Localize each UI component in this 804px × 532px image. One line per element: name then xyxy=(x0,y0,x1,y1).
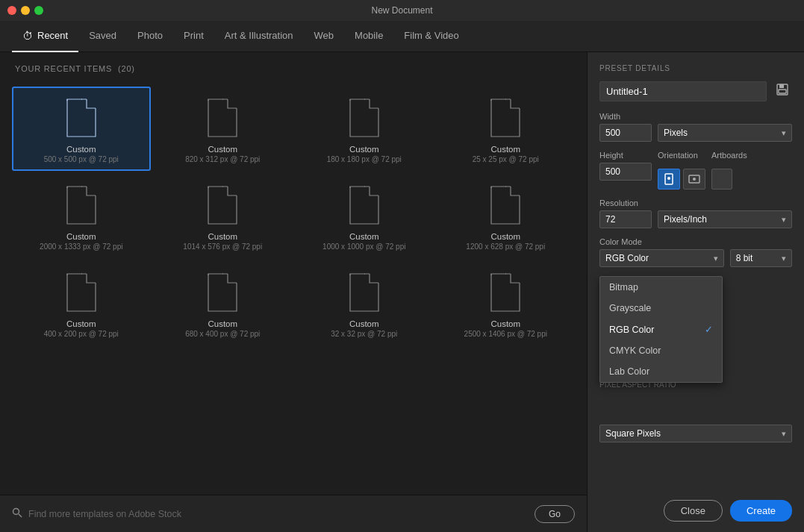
tab-recent[interactable]: ⏱ Recent xyxy=(12,21,78,52)
svg-point-20 xyxy=(693,178,696,181)
height-label: Height xyxy=(599,151,652,160)
width-unit-wrap[interactable]: Pixels Inches Centimeters Millimeters Po… xyxy=(658,124,792,142)
doc-item-7[interactable]: Custom 1200 x 628 px @ 72 ppi xyxy=(437,174,576,258)
pixel-aspect-select[interactable]: Square Pixels D1/DV NTSC (0.91) D1/DV PA… xyxy=(599,425,792,442)
resolution-input[interactable] xyxy=(599,210,652,228)
save-preset-button[interactable] xyxy=(773,81,792,101)
close-window-btn[interactable] xyxy=(7,6,16,15)
doc-name-10: Custom xyxy=(349,319,379,328)
color-option-2[interactable]: RGB Color✓ xyxy=(600,319,722,340)
doc-item-10[interactable]: Custom 32 x 32 px @ 72 ppi xyxy=(295,261,434,345)
doc-item-11[interactable]: Custom 2500 x 1406 px @ 72 ppi xyxy=(437,261,576,345)
recent-header: YOUR RECENT ITEMS (20) xyxy=(0,52,587,81)
doc-name-7: Custom xyxy=(490,232,520,241)
preset-name-row xyxy=(599,81,792,101)
preset-details-header: PRESET DETAILS xyxy=(599,64,792,72)
portrait-button[interactable] xyxy=(658,169,680,190)
bit-depth-select-wrap[interactable]: 8 bit 16 bit 32 bit xyxy=(730,249,792,267)
color-option-3[interactable]: CMYK Color xyxy=(600,340,722,361)
bit-depth-select[interactable]: 8 bit 16 bit 32 bit xyxy=(730,249,792,267)
doc-name-4: Custom xyxy=(66,232,96,241)
doc-item-6[interactable]: Custom 1000 x 1000 px @ 72 ppi xyxy=(295,174,434,258)
doc-name-1: Custom xyxy=(208,145,237,154)
resolution-label: Resolution xyxy=(599,198,792,207)
tab-saved[interactable]: Saved xyxy=(78,21,127,52)
doc-icon-10 xyxy=(342,270,387,315)
right-panel: PRESET DETAILS Width Pixels Inches Centi… xyxy=(588,52,804,532)
pixel-aspect-select-wrap[interactable]: Square Pixels D1/DV NTSC (0.91) D1/DV PA… xyxy=(599,392,792,475)
doc-name-6: Custom xyxy=(349,232,379,241)
doc-size-9: 680 x 400 px @ 72 ppi xyxy=(185,330,260,338)
doc-size-3: 25 x 25 px @ 72 ppi xyxy=(473,155,539,163)
tab-art[interactable]: Art & Illustration xyxy=(214,21,304,52)
svg-rect-16 xyxy=(779,90,786,93)
tab-saved-label: Saved xyxy=(89,30,116,41)
minimize-window-btn[interactable] xyxy=(21,6,30,15)
height-input[interactable] xyxy=(599,163,652,181)
artboards-checkbox[interactable] xyxy=(711,169,732,190)
resolution-unit-wrap[interactable]: Pixels/Inch Pixels/Cm xyxy=(658,210,792,228)
doc-item-4[interactable]: Custom 2000 x 1333 px @ 72 ppi xyxy=(12,174,151,258)
tab-film-label: Film & Video xyxy=(404,30,458,41)
search-input[interactable] xyxy=(28,509,527,519)
color-option-0[interactable]: Bitmap xyxy=(600,277,722,298)
maximize-window-btn[interactable] xyxy=(34,6,43,15)
color-option-label-3: CMYK Color xyxy=(609,345,661,356)
doc-icon-5 xyxy=(200,183,245,228)
doc-item-5[interactable]: Custom 1014 x 576 px @ 72 ppi xyxy=(154,174,293,258)
orientation-label: Orientation xyxy=(658,151,705,160)
doc-item-2[interactable]: Custom 180 x 180 px @ 72 ppi xyxy=(295,87,434,171)
color-mode-select[interactable]: RGB Color Bitmap Grayscale CMYK Color La… xyxy=(599,249,724,267)
doc-name-5: Custom xyxy=(208,232,237,241)
doc-icon-3 xyxy=(483,96,528,140)
doc-icon-7 xyxy=(483,183,528,228)
items-grid: Custom 500 x 500 px @ 72 ppi Custom 820 … xyxy=(0,81,587,495)
doc-size-6: 1000 x 1000 px @ 72 ppi xyxy=(322,242,405,251)
color-option-1[interactable]: Grayscale xyxy=(600,298,722,319)
tab-photo[interactable]: Photo xyxy=(127,21,173,52)
doc-size-4: 2000 x 1333 px @ 72 ppi xyxy=(40,242,122,251)
check-icon: ✓ xyxy=(705,324,713,335)
doc-name-11: Custom xyxy=(490,319,520,328)
tab-web[interactable]: Web xyxy=(304,21,345,52)
width-input[interactable] xyxy=(599,124,652,142)
svg-point-12 xyxy=(13,509,19,515)
resolution-row: Pixels/Inch Pixels/Cm xyxy=(599,210,792,228)
color-mode-select-wrap[interactable]: RGB Color Bitmap Grayscale CMYK Color La… xyxy=(599,249,724,267)
doc-item-8[interactable]: Custom 400 x 200 px @ 72 ppi xyxy=(12,261,151,345)
create-button[interactable]: Create xyxy=(730,500,792,522)
window-controls[interactable] xyxy=(7,6,43,15)
doc-name-9: Custom xyxy=(208,319,237,328)
landscape-button[interactable] xyxy=(683,169,705,190)
tab-film[interactable]: Film & Video xyxy=(393,21,469,52)
doc-name-0: Custom xyxy=(66,145,96,154)
search-input-wrap xyxy=(12,507,527,520)
color-option-4[interactable]: Lab Color xyxy=(600,361,722,382)
main-layout: YOUR RECENT ITEMS (20) Custom 500 x 500 … xyxy=(0,52,804,532)
tab-recent-label: Recent xyxy=(37,30,68,41)
tabs-bar: ⏱ Recent Saved Photo Print Art & Illustr… xyxy=(0,21,804,52)
width-label: Width xyxy=(599,112,792,121)
doc-icon-8 xyxy=(59,270,104,315)
resolution-unit-select[interactable]: Pixels/Inch Pixels/Cm xyxy=(658,210,792,228)
doc-icon-11 xyxy=(483,270,528,315)
recent-icon: ⏱ xyxy=(22,30,33,42)
search-icon xyxy=(12,507,22,520)
doc-item-1[interactable]: Custom 820 x 312 px @ 72 ppi xyxy=(154,87,293,171)
color-mode-dropdown[interactable]: BitmapGrayscaleRGB Color✓CMYK ColorLab C… xyxy=(599,276,723,383)
tab-print[interactable]: Print xyxy=(173,21,214,52)
preset-name-input[interactable] xyxy=(599,81,767,101)
svg-line-13 xyxy=(19,514,22,517)
doc-size-8: 400 x 200 px @ 72 ppi xyxy=(44,330,119,338)
width-unit-select[interactable]: Pixels Inches Centimeters Millimeters Po… xyxy=(658,124,792,142)
doc-size-0: 500 x 500 px @ 72 ppi xyxy=(44,155,119,163)
close-button[interactable]: Close xyxy=(664,500,723,522)
tab-mobile[interactable]: Mobile xyxy=(344,21,393,52)
orientation-buttons xyxy=(658,169,705,190)
doc-item-9[interactable]: Custom 680 x 400 px @ 72 ppi xyxy=(154,261,293,345)
doc-item-0[interactable]: Custom 500 x 500 px @ 72 ppi xyxy=(12,87,151,171)
doc-icon-4 xyxy=(59,183,104,228)
doc-item-3[interactable]: Custom 25 x 25 px @ 72 ppi xyxy=(437,87,576,171)
tab-photo-label: Photo xyxy=(137,30,163,41)
go-button[interactable]: Go xyxy=(535,505,575,523)
